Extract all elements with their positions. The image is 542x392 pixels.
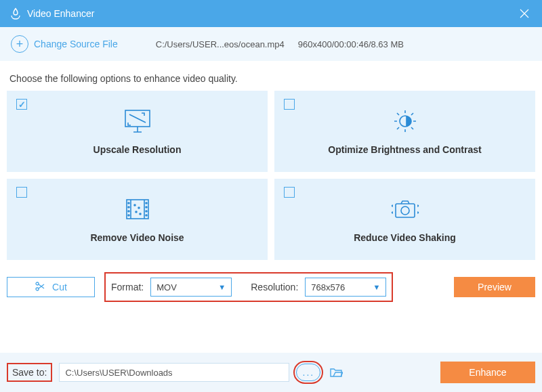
close-icon[interactable] [516,5,533,22]
open-folder-button[interactable] [327,364,345,381]
controls-row: Cut Format: MOV ▼ Resolution: 768x576 ▼ … [0,260,542,302]
source-path: C:/Users/USER...eos/ocean.mp4 [156,39,285,49]
enhance-button[interactable]: Enhance [440,362,535,383]
option-remove-noise[interactable]: Remove Video Noise [7,179,268,260]
cut-label: Cut [52,282,67,292]
cut-button[interactable]: Cut [7,277,95,297]
option-label: Upscale Resolution [93,144,182,155]
save-path-value: C:\Users\USER\Downloads [65,368,172,378]
instruction-text: Choose the following options to enhance … [0,61,542,91]
svg-point-14 [140,213,141,215]
save-bar: Save to: C:\Users\USER\Downloads ... Enh… [0,353,542,392]
svg-point-11 [134,204,136,206]
option-upscale-resolution[interactable]: Upscale Resolution [7,91,268,172]
source-info: 960x400/00:00:46/8.63 MB [298,39,404,49]
film-icon [121,196,154,225]
option-label: Optimize Brightness and Contrast [328,144,481,155]
folder-icon [329,366,343,378]
svg-point-4 [128,206,129,208]
svg-point-17 [36,282,39,285]
app-title: Video Enhancer [27,8,516,19]
option-label: Reduce Video Shaking [354,232,456,243]
preview-label: Preview [478,282,512,292]
svg-point-10 [146,215,147,216]
option-brightness-contrast[interactable]: Optimize Brightness and Contrast [274,91,535,172]
option-reduce-shaking[interactable]: Reduce Video Shaking [274,179,535,260]
resolution-value: 768x576 [311,282,345,292]
resolution-label: Resolution: [251,282,298,292]
svg-point-13 [136,211,137,213]
titlebar: Video Enhancer [0,0,542,27]
chevron-down-icon: ▼ [373,283,380,291]
svg-point-18 [36,288,39,290]
options-grid: Upscale Resolution Optimize Brightness a… [0,91,542,260]
ellipsis-icon: ... [303,367,315,378]
svg-point-6 [128,215,129,216]
scissors-icon [35,281,45,294]
chevron-down-icon: ▼ [218,283,226,291]
sun-icon [389,108,421,137]
camera-shake-icon [389,196,421,225]
source-bar: + Change Source File C:/Users/USER...eos… [0,27,542,61]
svg-point-5 [128,211,129,212]
format-select[interactable]: MOV ▼ [150,278,232,297]
preview-button[interactable]: Preview [454,277,535,297]
save-path-input[interactable]: C:\Users\USER\Downloads [59,363,289,382]
svg-point-3 [128,202,129,204]
change-source-button[interactable]: + Change Source File [7,32,122,56]
format-label: Format: [111,282,144,292]
format-resolution-group: Format: MOV ▼ Resolution: 768x576 ▼ [104,272,393,302]
app-icon [9,7,22,20]
svg-point-8 [146,206,147,208]
svg-rect-2 [127,200,148,219]
checkbox-brightness[interactable] [284,99,295,110]
option-label: Remove Video Noise [90,232,184,243]
format-value: MOV [157,282,177,292]
save-to-label: Save to: [7,363,52,382]
svg-point-7 [146,202,147,204]
checkbox-noise[interactable] [16,187,27,198]
svg-point-12 [138,207,140,209]
svg-rect-15 [396,204,415,217]
change-source-label: Change Source File [34,39,118,49]
checkbox-shaking[interactable] [284,187,295,198]
plus-icon: + [11,35,28,53]
svg-point-9 [146,211,147,212]
resolution-select[interactable]: 768x576 ▼ [305,278,386,297]
monitor-icon [121,108,154,137]
browse-button[interactable]: ... [296,364,320,381]
svg-point-16 [401,206,409,215]
checkbox-upscale[interactable] [16,99,27,110]
enhance-label: Enhance [469,367,506,378]
